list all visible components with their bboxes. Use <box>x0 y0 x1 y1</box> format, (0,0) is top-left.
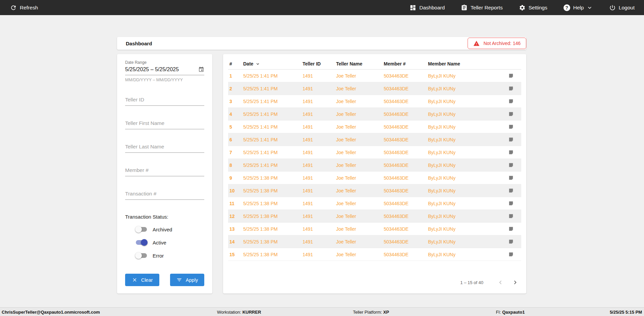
cell-member-name: ByLyJI KUNy <box>427 172 496 184</box>
transaction-row[interactable]: 9 5/25/25 1:38 PM 1491 Joe Teller 503446… <box>228 172 521 184</box>
column-header-teller-name: Teller Name <box>335 58 382 70</box>
toggle-switch[interactable] <box>135 239 148 246</box>
note-icon[interactable] <box>508 239 514 244</box>
note-icon[interactable] <box>508 111 514 117</box>
transaction-row[interactable]: 6 5/25/25 1:41 PM 1491 Joe Teller 503446… <box>228 133 521 146</box>
cell-row-number: 2 <box>228 82 242 95</box>
note-icon[interactable] <box>508 149 514 155</box>
clear-button-label: Clear <box>141 277 153 283</box>
platform-value: XP <box>383 309 389 314</box>
note-icon[interactable] <box>508 162 514 168</box>
date-range-value[interactable]: 5/25/2025 – 5/25/2025 <box>125 66 179 73</box>
cell-note <box>496 108 521 121</box>
status-toggle-row[interactable]: Active <box>125 239 204 246</box>
sort-descending-icon <box>255 61 260 66</box>
cell-teller-name: Joe Teller <box>335 146 382 159</box>
status-toggle-row[interactable]: Error <box>125 252 204 259</box>
cell-teller-name: Joe Teller <box>335 121 382 133</box>
transaction-row[interactable]: 13 5/25/25 1:38 PM 1491 Joe Teller 50344… <box>228 223 521 235</box>
next-page-button[interactable] <box>512 279 519 286</box>
note-icon[interactable] <box>508 188 514 193</box>
nav-item-teller-reports[interactable]: Teller Reports <box>461 4 503 11</box>
cell-row-number: 1 <box>228 70 242 82</box>
cell-date: 5/25/25 1:41 PM <box>242 82 301 95</box>
transaction-row[interactable]: 15 5/25/25 1:38 PM 1491 Joe Teller 50344… <box>228 248 521 261</box>
transaction-row[interactable]: 2 5/25/25 1:41 PM 1491 Joe Teller 503446… <box>228 82 521 95</box>
member-number-input[interactable] <box>125 165 204 176</box>
top-nav-bar: Refresh Dashboard Teller Reports Setting… <box>0 0 644 15</box>
note-icon[interactable] <box>508 200 514 206</box>
cell-teller-name: Joe Teller <box>335 133 382 146</box>
note-icon[interactable] <box>508 86 514 91</box>
cell-note <box>496 121 521 133</box>
transaction-row[interactable]: 10 5/25/25 1:38 PM 1491 Joe Teller 50344… <box>228 184 521 197</box>
not-archived-badge[interactable]: Not Archived: 146 <box>468 38 526 49</box>
toggle-switch[interactable] <box>135 252 148 259</box>
note-icon[interactable] <box>508 98 514 104</box>
transaction-row[interactable]: 4 5/25/25 1:41 PM 1491 Joe Teller 503446… <box>228 108 521 121</box>
cell-teller-name: Joe Teller <box>335 235 382 248</box>
cell-teller-id: 1491 <box>301 184 335 197</box>
fi-value: Qaxpauto1 <box>502 309 525 314</box>
status-toggle-row[interactable]: Archived <box>125 226 204 233</box>
cell-member-number: 5034463DE <box>382 108 427 121</box>
cell-member-name: ByLyJI KUNy <box>427 235 496 248</box>
note-icon[interactable] <box>508 137 514 142</box>
transaction-row[interactable]: 5 5/25/25 1:41 PM 1491 Joe Teller 503446… <box>228 121 521 133</box>
cell-member-number: 5034463DE <box>382 70 427 82</box>
column-header-date[interactable]: Date <box>242 58 301 70</box>
cell-row-number: 3 <box>228 95 242 108</box>
cell-member-number: 5034463DE <box>382 248 427 261</box>
clipboard-icon <box>461 4 468 11</box>
nav-item-help[interactable]: ? Help <box>564 4 593 11</box>
cell-member-name: ByLyJI KUNy <box>427 108 496 121</box>
cell-member-number: 5034463DE <box>382 159 427 172</box>
transaction-row[interactable]: 1 5/25/25 1:41 PM 1491 Joe Teller 503446… <box>228 70 521 82</box>
cell-teller-id: 1491 <box>301 235 335 248</box>
note-icon[interactable] <box>508 213 514 219</box>
pagination: 1 – 15 of 40 <box>460 279 519 286</box>
teller-id-input[interactable] <box>125 95 204 106</box>
note-icon[interactable] <box>508 226 514 232</box>
toggle-switch[interactable] <box>135 226 148 233</box>
transaction-number-input[interactable] <box>125 189 204 200</box>
filter-sidebar: Date Range 5/25/2025 – 5/25/2025 MM/DD/Y… <box>117 54 212 294</box>
transaction-row[interactable]: 7 5/25/25 1:41 PM 1491 Joe Teller 503446… <box>228 146 521 159</box>
nav-item-settings[interactable]: Settings <box>519 4 547 11</box>
transaction-row[interactable]: 11 5/25/25 1:38 PM 1491 Joe Teller 50344… <box>228 197 521 210</box>
toggle-label: Archived <box>153 227 172 232</box>
cell-teller-id: 1491 <box>301 210 335 223</box>
cell-row-number: 8 <box>228 159 242 172</box>
nav-item-dashboard[interactable]: Dashboard <box>410 4 445 11</box>
date-format-hint: MM/DD/YYYY – MM/DD/YYYY <box>125 78 204 82</box>
apply-button[interactable]: Apply <box>170 274 204 286</box>
transaction-row[interactable]: 3 5/25/25 1:41 PM 1491 Joe Teller 503446… <box>228 95 521 108</box>
nav-item-logout[interactable]: Logout <box>609 4 635 11</box>
cell-row-number: 12 <box>228 210 242 223</box>
transaction-row[interactable]: 8 5/25/25 1:41 PM 1491 Joe Teller 503446… <box>228 159 521 172</box>
cell-note <box>496 133 521 146</box>
note-icon[interactable] <box>508 73 514 79</box>
note-icon[interactable] <box>508 124 514 130</box>
note-icon[interactable] <box>508 252 514 257</box>
date-range-field[interactable]: 5/25/2025 – 5/25/2025 <box>125 65 204 75</box>
cell-row-number: 6 <box>228 133 242 146</box>
cell-teller-name: Joe Teller <box>335 108 382 121</box>
cell-row-number: 13 <box>228 223 242 235</box>
teller-first-name-input[interactable] <box>125 118 204 129</box>
transaction-row[interactable]: 12 5/25/25 1:38 PM 1491 Joe Teller 50344… <box>228 210 521 223</box>
refresh-button[interactable]: Refresh <box>10 4 38 11</box>
transaction-row[interactable]: 14 5/25/25 1:38 PM 1491 Joe Teller 50344… <box>228 235 521 248</box>
teller-last-name-input[interactable] <box>125 142 204 153</box>
note-icon[interactable] <box>508 175 514 181</box>
cell-date: 5/25/25 1:41 PM <box>242 159 301 172</box>
cell-teller-id: 1491 <box>301 159 335 172</box>
cell-teller-name: Joe Teller <box>335 197 382 210</box>
previous-page-button[interactable] <box>497 279 504 286</box>
cell-teller-id: 1491 <box>301 82 335 95</box>
calendar-icon[interactable] <box>198 66 204 73</box>
toggle-label: Error <box>153 253 164 259</box>
transactions-table: # Date Teller ID Teller Name Member # Me… <box>228 58 521 261</box>
clear-button[interactable]: Clear <box>125 274 159 286</box>
workstation-value: KURRER <box>243 309 261 314</box>
